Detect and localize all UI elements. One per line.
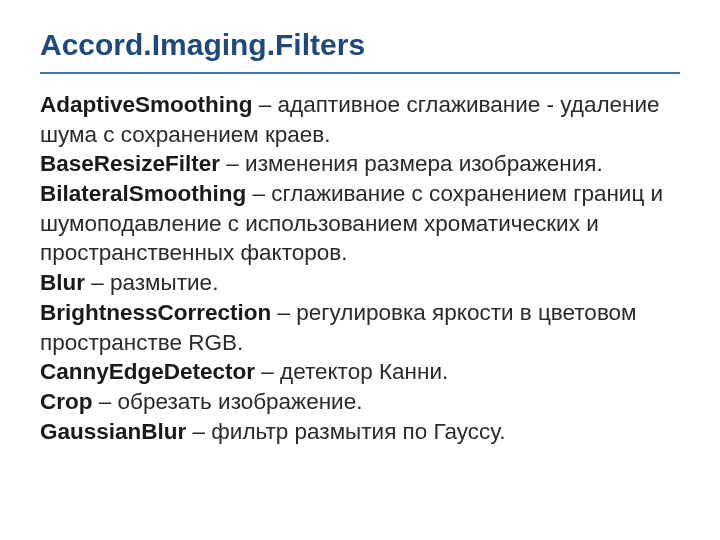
term: AdaptiveSmoothing xyxy=(40,92,253,117)
list-item: GaussianBlur – фильтр размытия по Гауссу… xyxy=(40,417,680,447)
term: BrightnessCorrection xyxy=(40,300,271,325)
list-item: BaseResizeFilter – изменения размера изо… xyxy=(40,149,680,179)
term: CannyEdgeDetector xyxy=(40,359,255,384)
list-item: BilateralSmoothing – сглаживание с сохра… xyxy=(40,179,680,268)
desc: – изменения размера изображения. xyxy=(220,151,603,176)
term: GaussianBlur xyxy=(40,419,186,444)
desc: – фильтр размытия по Гауссу. xyxy=(186,419,505,444)
desc: – размытие. xyxy=(85,270,218,295)
desc: – детектор Канни. xyxy=(255,359,448,384)
title-underline xyxy=(40,72,680,74)
list-item: Crop – обрезать изображение. xyxy=(40,387,680,417)
list-item: Blur – размытие. xyxy=(40,268,680,298)
page-title: Accord.Imaging.Filters xyxy=(40,28,680,66)
term: BaseResizeFilter xyxy=(40,151,220,176)
desc: – обрезать изображение. xyxy=(93,389,363,414)
list-item: AdaptiveSmoothing – адаптивное сглаживан… xyxy=(40,90,680,149)
slide: Accord.Imaging.Filters AdaptiveSmoothing… xyxy=(0,0,720,540)
content-list: AdaptiveSmoothing – адаптивное сглаживан… xyxy=(40,90,680,446)
term: BilateralSmoothing xyxy=(40,181,246,206)
term: Blur xyxy=(40,270,85,295)
list-item: BrightnessCorrection – регулировка яркос… xyxy=(40,298,680,357)
term: Crop xyxy=(40,389,93,414)
list-item: CannyEdgeDetector – детектор Канни. xyxy=(40,357,680,387)
